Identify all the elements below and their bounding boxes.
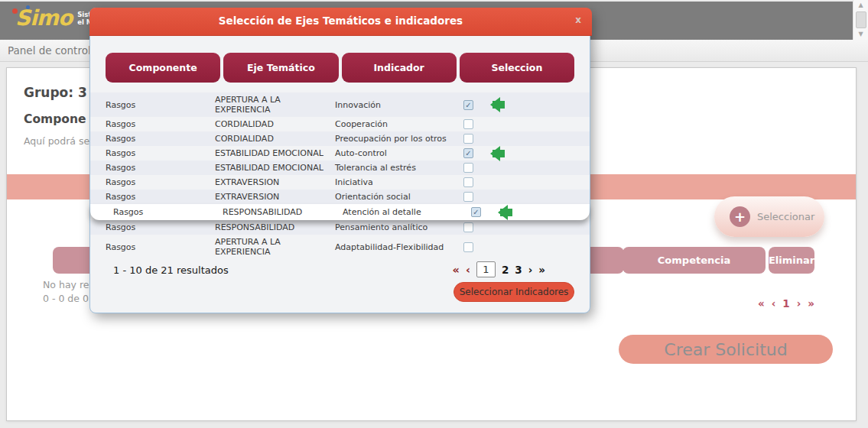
checkbox-checked[interactable]: ✓	[463, 148, 473, 158]
scroll-thumb[interactable]	[856, 11, 866, 28]
checkbox-unchecked[interactable]	[463, 192, 473, 202]
componente-cell: Rasgos	[106, 119, 215, 129]
modal-column-headers: ComponenteEje TemáticoIndicadorSeleccion	[106, 53, 574, 83]
eje-tematico-cell: CORDIALIDAD	[215, 119, 335, 129]
logo-blue-dot-icon	[26, 5, 30, 9]
indicator-row: RasgosRESPONSABILIDADAtención al detalle…	[90, 204, 590, 220]
seleccion-cell: ✓	[463, 148, 574, 158]
modal-page-prev[interactable]: ‹	[466, 264, 470, 276]
componente-cell: Rasgos	[106, 100, 215, 110]
bg-page-1[interactable]: 1	[782, 297, 789, 310]
empty-results-text: No hay res	[43, 279, 94, 290]
checkbox-unchecked[interactable]	[463, 222, 473, 232]
seleccion-cell	[463, 119, 574, 129]
eje-tematico-cell: RESPONSABILIDAD	[223, 207, 343, 217]
indicador-cell: Iniciativa	[335, 177, 463, 187]
scroll-up-icon[interactable]: ▲	[853, 0, 868, 11]
eje-tematico-cell: APERTURA A LA EXPERIENCIA	[215, 95, 335, 115]
screen: Simo Sistema de el Mérito y ▲ ▼ Panel de…	[0, 0, 868, 428]
seleccion-cell	[463, 242, 574, 252]
modal-page-3[interactable]: 3	[515, 264, 522, 276]
checkbox-unchecked[interactable]	[463, 177, 473, 187]
seleccion-cell	[463, 222, 574, 232]
componente-cell: Rasgos	[106, 222, 215, 232]
modal-pagination: « ‹ 1 2 3 › »	[453, 261, 545, 277]
crear-solicitud-button[interactable]: Crear Solicitud	[619, 335, 833, 364]
eje-tematico-cell: ESTABILIDAD EMOCIONAL	[215, 148, 335, 158]
bg-pagination: « ‹ 1 › »	[758, 297, 814, 310]
bg-page-first[interactable]: «	[758, 297, 765, 310]
bg-table-header-eliminar: Eliminar	[769, 247, 814, 274]
indicador-cell: Pensamiento analítico	[335, 222, 463, 232]
componente-cell: Rasgos	[106, 177, 215, 187]
column-header-componente[interactable]: Componente	[106, 53, 220, 83]
checkbox-unchecked[interactable]	[463, 119, 473, 129]
indicador-cell: Adaptabilidad-Flexibilidad	[335, 242, 463, 252]
vertical-scrollbar[interactable]: ▲ ▼	[853, 0, 868, 46]
seleccion-cell: ✓	[471, 207, 574, 217]
seleccion-cell	[463, 177, 574, 187]
indicador-cell: Atención al detalle	[343, 207, 471, 217]
componente-cell: Rasgos	[106, 192, 215, 202]
column-header-eje-temático[interactable]: Eje Temático	[223, 53, 338, 83]
group-title: Grupo: 3	[24, 85, 87, 100]
modal-page-2[interactable]: 2	[502, 264, 509, 276]
green-arrow-icon	[500, 209, 512, 216]
green-arrow-icon	[493, 101, 505, 109]
plus-icon: +	[730, 206, 750, 227]
eje-tematico-cell: APERTURA A LA EXPERIENCIA	[215, 237, 335, 257]
modal-page-first[interactable]: «	[453, 264, 460, 276]
indicator-row: RasgosESTABILIDAD EMOCIONALTolerancia al…	[90, 160, 590, 175]
indicator-row: RasgosAPERTURA A LA EXPERIENCIAAdaptabil…	[90, 235, 590, 259]
indicador-cell: Cooperación	[335, 119, 463, 129]
modal-title: Selección de Ejes Temáticos e indicadore…	[89, 15, 592, 27]
checkbox-checked[interactable]: ✓	[463, 100, 473, 110]
componente-cell: Rasgos	[106, 242, 215, 252]
indicator-row: RasgosCORDIALIDADPreocupación por los ot…	[90, 131, 590, 146]
indicador-cell: Tolerancia al estrés	[335, 163, 463, 173]
column-header-seleccion[interactable]: Seleccion	[460, 53, 574, 83]
empty-results-count: 0 - 0 de 0	[43, 293, 89, 304]
checkbox-unchecked[interactable]	[463, 163, 473, 173]
seleccionar-button-label: Seleccionar	[757, 211, 814, 222]
seleccion-cell	[463, 192, 574, 202]
checkbox-checked[interactable]: ✓	[471, 207, 481, 217]
checkbox-unchecked[interactable]	[463, 242, 473, 252]
componente-cell: Rasgos	[113, 207, 223, 217]
modal-page-last[interactable]: »	[538, 264, 545, 276]
eje-tematico-cell: ESTABILIDAD EMOCIONAL	[215, 163, 335, 173]
modal-seleccion-indicadores: Selección de Ejes Temáticos e indicadore…	[89, 8, 590, 313]
indicator-row: RasgosAPERTURA A LA EXPERIENCIAInnovació…	[90, 92, 590, 117]
eje-tematico-cell: EXTRAVERSION	[215, 177, 335, 187]
checkbox-unchecked[interactable]	[463, 134, 473, 144]
modal-title-bar: Selección de Ejes Temáticos e indicadore…	[89, 8, 592, 36]
results-summary: 1 - 10 de 21 resultados	[113, 264, 229, 276]
componente-cell: Rasgos	[106, 148, 215, 158]
simo-brand-text: Simo	[15, 7, 72, 30]
bg-page-next[interactable]: ›	[797, 297, 801, 310]
indicator-row: RasgosESTABILIDAD EMOCIONALAuto-control✓	[90, 146, 590, 160]
seleccionar-indicadores-button[interactable]: Seleccionar Indicadores	[454, 282, 574, 302]
logo-red-dot-icon	[12, 8, 18, 14]
column-header-indicador[interactable]: Indicador	[342, 53, 457, 83]
modal-table-body: RasgosAPERTURA A LA EXPERIENCIAInnovació…	[90, 92, 590, 259]
close-icon[interactable]: x	[575, 15, 581, 25]
bg-page-prev[interactable]: ‹	[772, 297, 776, 310]
indicator-row: RasgosRESPONSABILIDADPensamiento analíti…	[90, 220, 590, 235]
section-heading: Compone	[24, 112, 86, 126]
indicador-cell: Orientación social	[335, 192, 463, 202]
seleccion-cell	[463, 163, 574, 173]
eje-tematico-cell: EXTRAVERSION	[215, 192, 335, 202]
green-arrow-icon	[493, 150, 505, 157]
seleccionar-button[interactable]: + Seleccionar	[714, 196, 824, 237]
indicator-row: RasgosEXTRAVERSIONIniciativa	[90, 175, 590, 190]
modal-page-next[interactable]: ›	[528, 264, 533, 276]
seleccion-cell	[463, 134, 574, 144]
componente-cell: Rasgos	[106, 134, 215, 144]
indicator-row: RasgosEXTRAVERSIONOrientación social	[90, 190, 590, 204]
indicator-row: RasgosCORDIALIDADCooperación	[90, 117, 590, 131]
bg-page-last[interactable]: »	[808, 297, 814, 310]
helper-text: Aquí podrá sele	[24, 135, 98, 147]
modal-page-current[interactable]: 1	[476, 261, 496, 277]
scroll-down-icon[interactable]: ▼	[853, 29, 868, 40]
